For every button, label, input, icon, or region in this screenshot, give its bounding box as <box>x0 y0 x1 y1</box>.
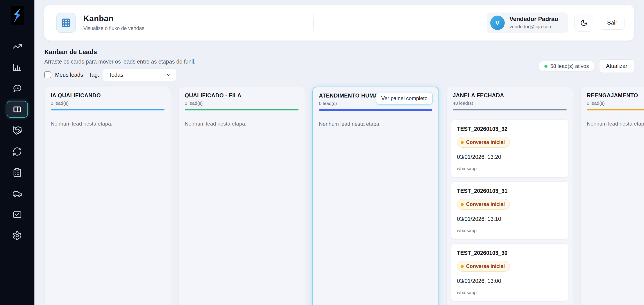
sidebar-item-sync[interactable] <box>7 143 28 160</box>
settings-gear-icon <box>12 231 22 241</box>
page-icon-box <box>56 13 76 33</box>
chat-icon <box>12 83 22 93</box>
clipboard-list-icon <box>12 168 22 177</box>
main-content: Kanban Visualize o fluxo de vendas V Ven… <box>34 0 644 305</box>
user-email: vendedor@loja.com <box>510 24 558 29</box>
sidebar-item-settings[interactable] <box>7 227 28 244</box>
column-color-bar <box>51 109 164 110</box>
status-text: Conversa inicial <box>466 263 505 269</box>
lead-source: whatsapp <box>457 290 562 295</box>
column-reengajamento[interactable]: REENGAJAMENTO 0 lead(s) Nenhum lead nest… <box>580 87 644 305</box>
column-count: 0 lead(s) <box>587 101 644 106</box>
active-leads-text: 58 lead(s) ativos <box>550 63 589 69</box>
column-color-bar <box>185 109 298 110</box>
sidebar-item-vehicles[interactable] <box>7 185 28 202</box>
column-title: QUALIFICADO - FILA <box>185 92 298 99</box>
handshake-icon <box>12 126 22 135</box>
sidebar-item-tasks[interactable] <box>7 164 28 181</box>
column-header: REENGAJAMENTO 0 lead(s) <box>580 87 644 115</box>
column-header: JANELA FECHADA 48 lead(s) <box>446 87 573 115</box>
page-subtitle: Visualize o fluxo de vendas <box>83 25 144 31</box>
tag-select[interactable]: Todas <box>103 69 176 81</box>
my-leads-checkbox[interactable] <box>44 71 51 78</box>
column-header: QUALIFICADO - FILA 0 lead(s) <box>178 87 305 115</box>
view-full-panel-button[interactable]: Ver painel completo <box>376 92 433 105</box>
refresh-button[interactable]: Atualizar <box>599 59 634 73</box>
sidebar-item-trending[interactable] <box>7 38 28 54</box>
kanban-board: IA QUALIFICANDO 0 lead(s) Nenhum lead ne… <box>44 87 634 305</box>
column-body: Nenhum lead nesta etapa. <box>44 115 171 305</box>
column-ia-qualificando[interactable]: IA QUALIFICANDO 0 lead(s) Nenhum lead ne… <box>44 87 171 305</box>
column-count: 0 lead(s) <box>51 101 164 106</box>
app-logo[interactable] <box>0 0 34 30</box>
status-dot-icon <box>461 141 464 144</box>
tag-select-value: Todas <box>108 72 123 78</box>
logout-button[interactable]: Sair <box>600 16 624 29</box>
column-body: TEST_20260103_32 Conversa inicial 03/01/… <box>446 115 573 305</box>
topbar: Kanban Visualize o fluxo de vendas V Ven… <box>44 5 634 40</box>
sidebar-item-kanban[interactable] <box>7 101 28 118</box>
column-count: 0 lead(s) <box>185 101 298 106</box>
column-count: 48 lead(s) <box>453 101 566 106</box>
kanban-icon <box>12 104 22 114</box>
sidebar-item-chat[interactable] <box>7 80 28 97</box>
bar-chart-icon <box>12 62 22 72</box>
lead-card[interactable]: TEST_20260103_30 Conversa inicial 03/01/… <box>451 244 568 302</box>
my-leads-label: Meus leads <box>55 72 83 78</box>
column-title: REENGAJAMENTO <box>587 92 644 99</box>
column-color-bar <box>319 109 432 111</box>
lightning-logo-icon <box>11 6 24 24</box>
lead-card[interactable]: TEST_20260103_31 Conversa inicial 03/01/… <box>451 181 568 240</box>
column-color-bar <box>453 109 566 110</box>
column-janela-fechada[interactable]: JANELA FECHADA 48 lead(s) TEST_20260103_… <box>446 87 573 305</box>
theme-toggle-button[interactable] <box>574 14 593 31</box>
empty-stage-text: Nenhum lead nesta etapa. <box>185 121 298 127</box>
status-badge: Conversa inicial <box>457 137 510 148</box>
page-title: Kanban <box>83 14 144 23</box>
lead-datetime: 03/01/2026, 13:20 <box>457 154 562 160</box>
lead-title: TEST_20260103_31 <box>457 188 562 194</box>
column-body: Nenhum lead nesta etapa. <box>178 115 305 305</box>
column-header: IA QUALIFICANDO 0 lead(s) <box>44 87 171 115</box>
status-text: Conversa inicial <box>466 201 505 207</box>
user-chip[interactable]: V Vendedor Padrão vendedor@loja.com <box>487 12 568 33</box>
column-body: Nenhum lead nesta etapa. <box>580 115 644 305</box>
column-atendimento-humano[interactable]: Ver painel completo ATENDIMENTO HUMANO 0… <box>312 87 439 305</box>
lead-title: TEST_20260103_30 <box>457 250 562 256</box>
tag-filter-label: Tag: <box>89 72 99 78</box>
status-text: Conversa inicial <box>466 139 505 145</box>
empty-stage-text: Nenhum lead nesta etapa. <box>319 121 432 127</box>
avatar: V <box>490 15 505 30</box>
sidebar-item-reports[interactable] <box>7 59 28 76</box>
active-leads-badge: 58 lead(s) ativos <box>538 61 595 72</box>
moon-icon <box>580 19 588 26</box>
empty-stage-text: Nenhum lead nesta etapa. <box>51 121 164 127</box>
chevron-down-icon <box>166 72 172 78</box>
task-check-icon <box>12 210 22 220</box>
status-badge: Conversa inicial <box>457 261 510 272</box>
lead-card[interactable]: TEST_20260103_32 Conversa inicial 03/01/… <box>451 119 568 177</box>
sync-icon <box>12 147 22 156</box>
sidebar-item-approvals[interactable] <box>7 206 28 223</box>
column-qualificado-fila[interactable]: QUALIFICADO - FILA 0 lead(s) Nenhum lead… <box>178 87 305 305</box>
leads-toolbar: Kanban de Leads Arraste os cards para mo… <box>44 48 634 81</box>
green-dot-icon <box>544 65 548 68</box>
column-color-bar <box>587 109 644 110</box>
empty-stage-text: Nenhum lead nesta etapa. <box>587 121 644 127</box>
column-title: IA QUALIFICANDO <box>51 92 164 99</box>
column-title: JANELA FECHADA <box>453 92 566 99</box>
sidebar-nav <box>7 30 28 246</box>
lead-datetime: 03/01/2026, 13:00 <box>457 278 562 284</box>
user-name: Vendedor Padrão <box>510 16 558 22</box>
section-title: Kanban de Leads <box>44 48 634 56</box>
grid-icon <box>60 17 72 28</box>
trending-up-icon <box>12 41 22 51</box>
lead-datetime: 03/01/2026, 13:10 <box>457 216 562 222</box>
sidebar-item-deals[interactable] <box>7 122 28 139</box>
lead-source: whatsapp <box>457 166 562 171</box>
status-dot-icon <box>461 265 464 268</box>
status-dot-icon <box>461 203 464 206</box>
sidebar <box>0 0 34 305</box>
column-body: Nenhum lead nesta etapa. <box>313 115 438 305</box>
lead-source: whatsapp <box>457 228 562 233</box>
